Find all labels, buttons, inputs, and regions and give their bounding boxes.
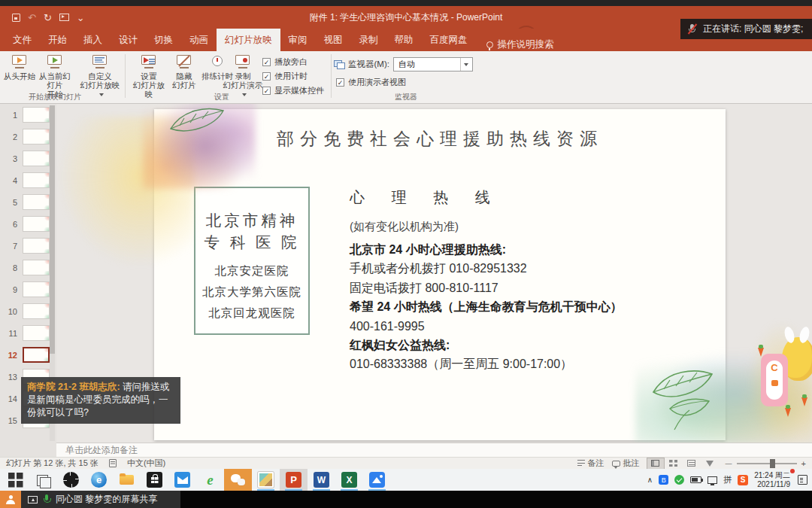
ribbon-tab[interactable]: 文件 — [5, 29, 40, 51]
ribbon-checkbox[interactable]: ✓使用计时 — [262, 71, 324, 82]
slideshow-view-button[interactable] — [701, 458, 718, 469]
dropdown-arrow-icon[interactable] — [460, 58, 472, 71]
slide-sorter-view-button[interactable] — [665, 458, 682, 469]
tell-me-search[interactable]: 操作说明搜索 — [476, 38, 554, 51]
windows-taskbar: eePWX ∧ B 拼 S 21:24 周二 2021/11/9 — [0, 469, 812, 491]
taskbar-excel[interactable]: X — [335, 469, 363, 491]
ribbon-tab[interactable]: 审阅 — [280, 29, 316, 51]
ribbon-checkbox[interactable]: ✓播放旁白 — [262, 56, 324, 68]
taskbar-mail[interactable] — [168, 469, 196, 491]
custom-slideshow-button[interactable]: 自定义 幻灯片放映 — [78, 53, 122, 99]
ribbon-tab[interactable]: 帮助 — [386, 29, 422, 51]
current-slide[interactable]: 部分免费社会心理援助热线资源 北京市精神 专 科 医 院 北京安定医院 北京大学… — [154, 109, 726, 440]
comments-toggle-button[interactable]: 批注 — [612, 458, 640, 469]
slideshow-quick-icon[interactable] — [59, 14, 69, 21]
slide-thumbnail-9[interactable]: 9 — [0, 278, 56, 300]
thumbnail-image[interactable] — [23, 281, 50, 297]
taskbar-internet-explorer[interactable]: e — [196, 469, 224, 491]
thumbnail-image[interactable] — [23, 129, 50, 144]
notes-pane[interactable]: 单击此处添加备注 — [56, 443, 812, 457]
normal-view-button[interactable] — [647, 458, 664, 469]
ribbon-tab[interactable]: 插入 — [75, 29, 111, 51]
security-tray-icon[interactable] — [674, 475, 684, 485]
thumbnail-image[interactable] — [23, 151, 50, 166]
slide-thumbnail-6[interactable]: 6 — [0, 213, 56, 235]
hospital-box: 北京市精神 专 科 医 院 北京安定医院 北京大学第六医院 北京回龙观医院 — [194, 187, 310, 335]
taskbar-wechat[interactable] — [224, 469, 252, 491]
spellcheck-icon[interactable] — [109, 459, 117, 467]
bluetooth-icon[interactable]: B — [659, 475, 668, 485]
thumbnail-image[interactable] — [23, 216, 50, 232]
reading-view-button[interactable] — [683, 458, 700, 469]
slide-thumbnail-3[interactable]: 3 — [0, 148, 56, 169]
thumbnail-image[interactable] — [23, 194, 50, 210]
notes-placeholder: 单击此处添加备注 — [65, 444, 138, 457]
sogou-input-icon[interactable]: S — [738, 475, 748, 485]
slide-thumbnail-4[interactable]: 4 — [0, 169, 56, 191]
slide-thumbnail-12[interactable]: 12 — [0, 344, 56, 366]
zoom-out-button[interactable]: — — [726, 460, 732, 467]
slide-thumbnail-1[interactable]: 1 — [0, 104, 56, 126]
ribbon-tab[interactable]: 设计 — [111, 29, 146, 51]
ribbon-tab[interactable]: 录制 — [351, 29, 386, 51]
taskbar-powerpoint[interactable]: P — [280, 469, 308, 491]
sharer-avatar-tile[interactable] — [0, 491, 21, 508]
thumbnail-image[interactable] — [23, 303, 50, 319]
taskbar-photos[interactable] — [252, 469, 280, 491]
thumbnail-image[interactable] — [23, 325, 50, 341]
taskbar-edge[interactable]: e — [85, 469, 113, 491]
ime-switch-icon[interactable]: 拼 — [723, 474, 732, 485]
taskbar-file-explorer[interactable] — [113, 469, 141, 491]
qat-customize-icon[interactable]: ⌄ — [77, 13, 85, 23]
ribbon-tab[interactable]: 幻灯片放映 — [217, 29, 280, 51]
zoom-slider[interactable] — [737, 463, 797, 464]
ribbon-checkbox[interactable]: ✓显示媒体控件 — [262, 85, 324, 96]
thumbnail-image[interactable] — [23, 260, 50, 275]
ribbon-tab[interactable]: 动画 — [181, 29, 217, 51]
monitor-dropdown[interactable]: 自动 — [393, 57, 473, 71]
display-tray-icon[interactable] — [707, 476, 717, 484]
notes-toggle-button[interactable]: 备注 — [577, 458, 604, 469]
group-divider — [331, 54, 332, 98]
slide-thumbnail-11[interactable]: 11 — [0, 322, 56, 344]
slide-thumbnail-7[interactable]: 7 — [0, 235, 56, 257]
thumbnail-number: 1 — [5, 111, 17, 120]
taskbar-store[interactable] — [141, 469, 168, 491]
edge-icon: e — [91, 472, 107, 488]
thumbnail-image[interactable] — [23, 172, 50, 188]
save-icon[interactable] — [12, 14, 20, 22]
ribbon-tab[interactable]: 开始 — [40, 29, 75, 51]
undo-icon[interactable]: ↶ — [28, 13, 36, 23]
taskbar-start[interactable] — [2, 469, 29, 491]
zoom-slider-thumb[interactable] — [770, 459, 775, 468]
shared-screen: ↶ ↻ ⌄ 附件 1: 学生心理咨询中心基本情况 - PowerPoint K … — [0, 0, 812, 508]
slide-thumbnail-5[interactable]: 5 — [0, 191, 56, 213]
taskbar-pinwheel[interactable] — [57, 469, 85, 491]
presenter-view-checkbox[interactable]: ✓ 使用演示者视图 — [336, 77, 406, 88]
replay-icon[interactable]: ↻ — [44, 13, 52, 23]
scrollbar-thumb[interactable] — [50, 105, 55, 354]
zoom-in-button[interactable]: + — [801, 459, 806, 468]
taskbar-task-view[interactable] — [29, 469, 57, 491]
ribbon-tab[interactable]: 切换 — [146, 29, 181, 51]
taskbar-clock[interactable]: 21:24 周二 2021/11/9 — [754, 471, 792, 488]
hidden-icons-chevron[interactable]: ∧ — [647, 476, 653, 484]
ribbon-tab[interactable]: 视图 — [316, 29, 351, 51]
hide-slide-button[interactable]: 隐藏 幻灯片 — [170, 53, 198, 90]
action-center-icon[interactable] — [798, 475, 807, 485]
slide-thumbnail-10[interactable]: 10 — [0, 300, 56, 322]
slide-thumbnail-2[interactable]: 2 — [0, 126, 56, 148]
tell-me-label: 操作说明搜索 — [498, 38, 554, 51]
language-label[interactable]: 中文(中国) — [127, 458, 165, 469]
from-beginning-button[interactable]: 从头开始 — [3, 53, 36, 81]
battery-icon[interactable] — [690, 476, 701, 483]
thumbnail-image[interactable] — [23, 107, 50, 123]
setup-slideshow-button[interactable]: 设置 幻灯片放映 — [129, 53, 168, 99]
thumbnail-image[interactable] — [23, 238, 50, 254]
taskbar-tencent-docs[interactable] — [363, 469, 391, 491]
ribbon-tab[interactable]: 百度网盘 — [422, 29, 476, 51]
thumbnail-image[interactable] — [23, 347, 50, 363]
slide-sorter-icon — [669, 460, 677, 467]
taskbar-word[interactable]: W — [308, 469, 335, 491]
slide-thumbnail-8[interactable]: 8 — [0, 257, 56, 278]
